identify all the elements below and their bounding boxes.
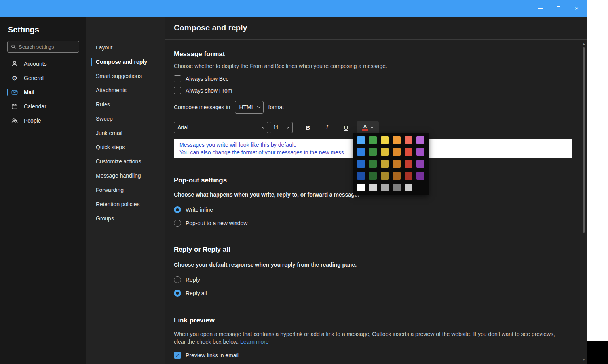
- nav-item-junk-email[interactable]: Junk email: [86, 126, 165, 140]
- sidebar-item-label: Mail: [24, 89, 34, 95]
- nav-item-label: Sweep: [96, 116, 113, 122]
- italic-button[interactable]: I: [320, 122, 334, 133]
- nav-item-rules[interactable]: Rules: [86, 97, 165, 112]
- color-swatch[interactable]: [381, 160, 389, 168]
- color-swatch[interactable]: [405, 160, 412, 168]
- color-swatch[interactable]: [369, 160, 377, 168]
- radio-unselected[interactable]: [174, 276, 181, 283]
- maximize-button[interactable]: [549, 0, 568, 17]
- checkbox-checked[interactable]: ✓: [174, 352, 181, 359]
- color-swatch[interactable]: [357, 148, 365, 156]
- font-color-button[interactable]: A: [357, 121, 379, 133]
- font-color-icon: A: [362, 124, 368, 131]
- sidebar-item-label: Accounts: [24, 61, 47, 67]
- vertical-scrollbar[interactable]: ▲ ▼: [581, 40, 587, 363]
- color-swatch[interactable]: [405, 136, 412, 144]
- format-select-value: HTML: [239, 104, 254, 110]
- format-select[interactable]: HTML: [235, 101, 263, 114]
- desktop-black-corner: [587, 341, 608, 364]
- search-box[interactable]: [7, 41, 79, 53]
- color-swatch[interactable]: [393, 136, 401, 144]
- color-swatch[interactable]: [416, 136, 424, 144]
- screen: ✕ Settings Accounts ⚙: [0, 0, 608, 364]
- scroll-down-icon[interactable]: ▼: [581, 358, 587, 362]
- radio-unselected[interactable]: [174, 220, 181, 227]
- scrollbar-thumb[interactable]: [583, 47, 585, 233]
- color-swatch[interactable]: [381, 136, 389, 144]
- nav-item-message-handling[interactable]: Message handling: [86, 169, 165, 183]
- underline-button[interactable]: U: [339, 122, 353, 133]
- radio-selected[interactable]: [174, 290, 181, 297]
- bold-button[interactable]: B: [301, 122, 315, 133]
- nav-item-label: Message handling: [96, 173, 141, 179]
- always-show-bcc-checkbox-row[interactable]: Always show Bcc: [174, 75, 578, 83]
- search-input[interactable]: [19, 44, 88, 50]
- color-swatch[interactable]: [357, 136, 365, 144]
- sidebar-item-accounts[interactable]: Accounts: [0, 57, 86, 71]
- radio-write-inline[interactable]: Write inline: [174, 206, 578, 214]
- nav-item-retention-policies[interactable]: Retention policies: [86, 197, 165, 211]
- color-swatch[interactable]: [369, 172, 377, 180]
- nav-item-customize-actions[interactable]: Customize actions: [86, 154, 165, 169]
- color-swatch[interactable]: [357, 184, 365, 191]
- sidebar-item-label: General: [24, 75, 44, 81]
- nav-item-quick-steps[interactable]: Quick steps: [86, 140, 165, 154]
- radio-selected[interactable]: [174, 206, 181, 213]
- message-format-heading: Message format: [174, 50, 578, 58]
- color-swatch[interactable]: [393, 148, 401, 156]
- nav-item-groups[interactable]: Groups: [86, 211, 165, 226]
- nav-item-label: Retention policies: [96, 201, 140, 207]
- scroll-up-icon[interactable]: ▲: [581, 42, 587, 46]
- nav-item-attachments[interactable]: Attachments: [86, 83, 165, 97]
- sidebar-item-label: Calendar: [24, 103, 46, 110]
- nav-item-sweep[interactable]: Sweep: [86, 112, 165, 126]
- always-show-from-checkbox-row[interactable]: Always show From: [174, 87, 578, 95]
- color-swatch[interactable]: [381, 172, 389, 180]
- font-color-picker-popup: [353, 133, 429, 195]
- color-swatch[interactable]: [405, 148, 412, 156]
- minimize-button[interactable]: [531, 0, 549, 17]
- color-swatch[interactable]: [357, 172, 365, 180]
- preview-links-checkbox-row[interactable]: ✓ Preview links in email: [174, 351, 578, 359]
- checkbox-unchecked[interactable]: [174, 87, 181, 94]
- color-swatch[interactable]: [416, 172, 424, 180]
- nav-item-compose-and-reply[interactable]: Compose and reply: [86, 55, 165, 69]
- sidebar-item-people[interactable]: People: [0, 114, 86, 128]
- color-swatch[interactable]: [369, 148, 377, 156]
- color-swatch[interactable]: [393, 184, 401, 191]
- color-swatch[interactable]: [369, 136, 377, 144]
- window-controls: ✕: [531, 0, 586, 17]
- sidebar-item-general[interactable]: ⚙ General: [0, 71, 86, 85]
- checkbox-unchecked[interactable]: [174, 75, 181, 82]
- sidebar-item-mail[interactable]: Mail: [0, 85, 86, 99]
- color-swatch[interactable]: [416, 148, 424, 156]
- color-swatch[interactable]: [393, 160, 401, 168]
- checkbox-label: Preview links in email: [186, 352, 239, 358]
- nav-item-forwarding[interactable]: Forwarding: [86, 183, 165, 197]
- close-button[interactable]: ✕: [568, 0, 586, 17]
- radio-reply-all[interactable]: Reply all: [174, 289, 578, 297]
- radio-popout-new-window[interactable]: Pop-out to a new window: [174, 219, 578, 227]
- radio-reply[interactable]: Reply: [174, 276, 578, 284]
- font-family-select[interactable]: Arial: [174, 122, 268, 133]
- learn-more-link[interactable]: Learn more: [240, 339, 269, 345]
- nav-item-label: Forwarding: [96, 187, 124, 193]
- color-swatch[interactable]: [381, 184, 389, 191]
- nav-item-label: Groups: [96, 215, 114, 222]
- people-icon: [11, 117, 18, 124]
- color-swatch[interactable]: [393, 172, 401, 180]
- color-swatch[interactable]: [405, 172, 412, 180]
- color-swatch[interactable]: [369, 184, 377, 191]
- color-swatch[interactable]: [381, 148, 389, 156]
- color-swatch[interactable]: [357, 160, 365, 168]
- reply-heading: Reply or Reply all: [174, 246, 578, 254]
- font-size-select[interactable]: 11: [270, 122, 293, 133]
- category-nav: Layout Compose and reply Smart suggestio…: [86, 17, 165, 364]
- color-swatch[interactable]: [405, 184, 412, 191]
- message-format-description: Choose whether to display the From and B…: [174, 63, 578, 69]
- color-swatch[interactable]: [416, 160, 424, 168]
- nav-item-smart-suggestions[interactable]: Smart suggestions: [86, 69, 165, 83]
- section-divider: [174, 309, 572, 309]
- sidebar-item-calendar[interactable]: Calendar: [0, 99, 86, 114]
- nav-item-layout[interactable]: Layout: [86, 40, 165, 55]
